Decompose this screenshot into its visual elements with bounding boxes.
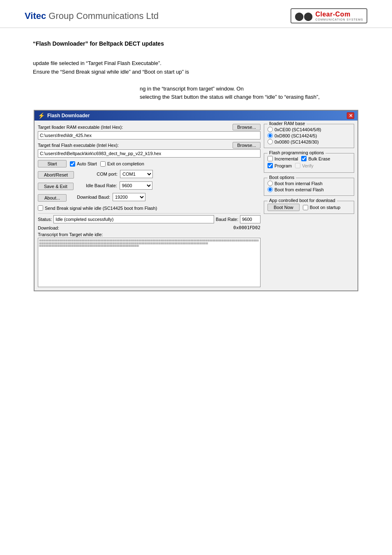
incremental-label[interactable]: Incremental — [267, 156, 298, 161]
bulk-erase-checkbox[interactable] — [301, 156, 307, 161]
boot-options-group: Boot options Boot from internal Flash Bo… — [264, 178, 354, 196]
com-port-select[interactable]: COM1 — [120, 170, 153, 178]
send-break-row: Send Break signal while idle (SC14425 bo… — [38, 205, 261, 211]
transcript-area: ||||||||||||||||||||||||||||||||||||||||… — [38, 238, 261, 287]
boot-on-startup-label[interactable]: Boot on startup — [303, 205, 341, 210]
target-loader-row: Target lloader RAM executable (Intel Hex… — [38, 124, 261, 130]
transcript-label: Transcript from Target while idle: — [38, 232, 261, 237]
radio-0xce00-input[interactable] — [267, 127, 273, 132]
close-button[interactable]: ✕ — [347, 112, 354, 119]
clear-com-logo: ⬤⬤ Clear-Com COMMUNICATION SYSTEMS — [291, 8, 367, 23]
target-loader-input[interactable] — [38, 131, 261, 139]
clear-com-brand: Clear-Com — [315, 11, 350, 18]
incremental-checkbox[interactable] — [267, 156, 273, 161]
left-panel: Target lloader RAM executable (Intel Hex… — [38, 124, 261, 287]
program-verify-row: Program Verify — [267, 163, 350, 168]
radio-0x0080-input[interactable] — [267, 139, 273, 144]
target-final-input[interactable] — [38, 149, 261, 158]
program-label[interactable]: Program — [267, 163, 292, 168]
transcript-bars-1: ||||||||||||||||||||||||||||||||||||||||… — [39, 239, 259, 244]
loader-ram-legend: lloader RAM base — [267, 121, 307, 126]
status-input — [53, 215, 214, 223]
download-baud-row: Download Baud: 19200 — [73, 193, 145, 201]
right-panel: lloader RAM base 0xCE00 (SC14404/5/8) 0x… — [264, 124, 354, 287]
download-baud-select[interactable]: 19200 — [113, 193, 145, 201]
start-row: Start Auto Start Exit on completion — [38, 160, 261, 167]
boot-now-button[interactable]: Boot Now — [267, 204, 300, 211]
window-icon: ⚡ — [38, 112, 45, 119]
vitec-brand: Vitec — [25, 11, 46, 21]
incremental-bulk-row: Incremental Bulk Erase — [267, 156, 350, 161]
download-value: 0x0001FD02 — [233, 225, 261, 230]
com-port-label: COM port: — [81, 172, 118, 176]
vitec-logo: Vitec Group Communications Ltd — [25, 11, 159, 21]
abort-reset-button[interactable]: Abort/Reset — [38, 171, 74, 179]
verify-label[interactable]: Verify — [295, 163, 314, 168]
status-label: Status: — [38, 217, 52, 222]
download-label: Download: — [38, 225, 59, 230]
group-text: Group Communications Ltd — [46, 11, 159, 21]
flash-downloader-window: ⚡ Flash Downloader ✕ Target lloader RAM … — [34, 110, 358, 291]
radio-0xd800[interactable]: 0xD800 (SC14424/5) — [267, 133, 350, 138]
boot-options-legend: Boot options — [267, 175, 296, 180]
flash-prog-legend: Flash programming options — [267, 150, 325, 155]
send-break-checkbox[interactable] — [38, 205, 43, 211]
boot-now-row: Boot Now Boot on startup — [267, 204, 350, 211]
bulk-erase-label[interactable]: Bulk Erase — [301, 156, 330, 161]
auto-start-label[interactable]: Auto Start — [70, 161, 97, 167]
exit-on-completion-checkbox[interactable] — [100, 161, 106, 167]
idle-baud-label: Idle Baud Rate: — [80, 183, 117, 188]
window-titlebar: ⚡ Flash Downloader ✕ — [35, 111, 357, 121]
boot-external-input[interactable] — [267, 187, 273, 192]
save-exit-row: Save & Exit Idle Baud Rate: 9600 — [38, 181, 261, 191]
auto-start-checkbox[interactable] — [70, 161, 75, 167]
download-row: Download: 0x0001FD02 — [38, 225, 261, 230]
window-title: Flash Downloader — [47, 113, 90, 118]
clear-com-icon: ⬤⬤ — [295, 11, 313, 21]
boot-internal-input[interactable] — [267, 181, 273, 186]
status-row: Status: Baud Rate: — [38, 213, 261, 223]
clear-com-red: -Com — [333, 11, 350, 18]
boot-on-startup-checkbox[interactable] — [303, 205, 308, 210]
browse-button-1[interactable]: Browse... — [233, 124, 261, 130]
baud-rate-label: Baud Rate: — [216, 217, 238, 222]
paragraph1: update file selected in “Target Final Fl… — [33, 59, 359, 77]
transcript-bars-2: ||||||||||||||||||||||||||||||||||||||||… — [39, 244, 259, 247]
verify-checkbox[interactable] — [295, 163, 300, 168]
browse-button-2[interactable]: Browse... — [233, 142, 261, 149]
loader-ram-group: lloader RAM base 0xCE00 (SC14404/5/8) 0x… — [264, 124, 354, 148]
clear-com-subtitle: COMMUNICATION SYSTEMS — [315, 18, 363, 21]
idle-baud-select[interactable]: 9600 — [120, 181, 152, 190]
titlebar-left: ⚡ Flash Downloader — [38, 112, 90, 119]
about-button[interactable]: About... — [38, 194, 67, 202]
target-loader-label: Target lloader RAM executable (Intel Hex… — [38, 125, 123, 130]
save-exit-button[interactable]: Save & Exit — [38, 183, 74, 190]
app-boot-group: App controlled boot for download Boot No… — [264, 201, 354, 214]
radio-0xce00[interactable]: 0xCE00 (SC14404/5/8) — [267, 127, 350, 132]
content: “Flash Downloader” for Beltpack DECT upd… — [0, 28, 392, 308]
clear-com-text: Clear-Com COMMUNICATION SYSTEMS — [315, 11, 363, 21]
exit-on-completion-label[interactable]: Exit on completion — [100, 161, 144, 167]
target-final-label: Target final Flash executable (Intel Hex… — [38, 143, 119, 148]
abort-row: Abort/Reset COM port: COM1 — [38, 170, 261, 180]
target-final-row: Target final Flash executable (Intel Hex… — [38, 142, 261, 149]
boot-internal-radio[interactable]: Boot from internal Flash — [267, 181, 350, 186]
boot-external-radio[interactable]: Boot from external Flash — [267, 187, 350, 192]
download-baud-label: Download Baud: — [73, 195, 110, 200]
baud-rate-input — [240, 215, 261, 223]
radio-0xd800-input[interactable] — [267, 133, 273, 138]
about-row: About... Download Baud: 19200 — [38, 193, 261, 203]
com-port-row: COM port: COM1 — [81, 170, 153, 178]
window-body: Target lloader RAM executable (Intel Hex… — [35, 121, 357, 290]
idle-baud-row: Idle Baud Rate: 9600 — [80, 181, 152, 190]
header: Vitec Group Communications Ltd ⬤⬤ Clear-… — [0, 0, 392, 28]
send-break-label: Send Break signal while idle (SC14425 bo… — [45, 206, 157, 211]
paragraph2: ng in the “transcript from target” windo… — [140, 85, 359, 102]
flash-prog-group: Flash programming options Incremental Bu… — [264, 153, 354, 173]
program-checkbox[interactable] — [267, 163, 273, 168]
start-button[interactable]: Start — [38, 160, 67, 167]
app-boot-legend: App controlled boot for download — [267, 198, 337, 203]
clear-com-black: Clear — [315, 11, 333, 18]
radio-0x0080[interactable]: 0x0080 (SC14428/30) — [267, 139, 350, 144]
doc-title: “Flash Downloader” for Beltpack DECT upd… — [33, 40, 359, 47]
